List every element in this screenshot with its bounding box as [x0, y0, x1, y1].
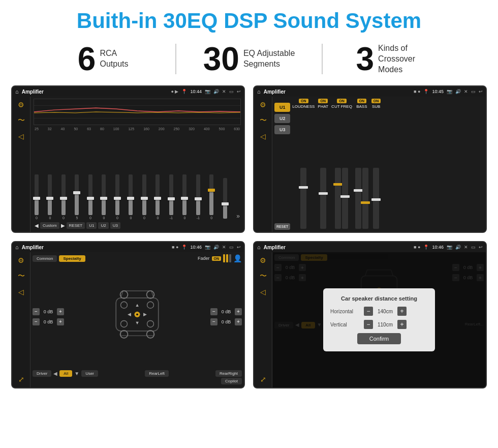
fader-top-bar: Common Specialty Fader ON 👤 — [33, 254, 242, 262]
eq-sliders: 0 0 0 — [34, 132, 241, 220]
home-icon[interactable]: ⌂ — [15, 88, 19, 95]
common-tab[interactable]: Common — [33, 255, 57, 262]
play-arrow[interactable]: ▶ — [61, 223, 65, 228]
volume-icon: 🔊 — [213, 89, 219, 94]
slider-track-11[interactable] — [169, 174, 173, 215]
eq-icon-4[interactable]: ⚙ — [260, 256, 266, 264]
db-plus-2[interactable]: + — [57, 318, 64, 325]
custom-btn[interactable]: Custom — [40, 222, 59, 229]
slider-track-15[interactable] — [223, 178, 227, 219]
freq-100: 100 — [113, 127, 119, 131]
speaker-icon-3[interactable]: ◁ — [18, 288, 24, 296]
back-icon-4[interactable]: ↩ — [479, 245, 483, 250]
cutfreq-slider-1[interactable] — [335, 168, 341, 229]
slider-track-3[interactable] — [61, 174, 66, 215]
right-arrow-btn[interactable]: ▼ — [74, 371, 79, 376]
specialty-tab[interactable]: Specialty — [59, 255, 85, 262]
home-icon-3[interactable]: ⌂ — [15, 244, 19, 250]
u2-channel-btn[interactable]: U2 — [274, 114, 290, 123]
speaker-icon-4[interactable]: ◁ — [260, 288, 266, 296]
horizontal-minus[interactable]: − — [364, 307, 373, 316]
loudness-on[interactable]: ON — [299, 99, 308, 103]
back-icon-3[interactable]: ↩ — [237, 245, 241, 250]
slider-track-12[interactable] — [182, 174, 186, 215]
back-icon[interactable]: ↩ — [237, 89, 241, 94]
bass-slider-2[interactable] — [362, 168, 368, 229]
eq-slider-1: 0 — [35, 174, 39, 220]
slider-track-6[interactable] — [102, 174, 106, 215]
phat-slider[interactable] — [320, 168, 326, 229]
bass-slider-1[interactable] — [355, 168, 361, 229]
eq-slider-11: -1 — [169, 174, 173, 220]
speaker-icon[interactable]: ◁ — [18, 132, 24, 140]
crossover-screen-body: ⚙ 〜 ◁ U1 U2 U3 RESET ON LOUDNESS — [254, 97, 486, 232]
slider-track-8[interactable] — [129, 174, 133, 215]
user-btn[interactable]: User — [81, 370, 98, 377]
db-minus-1[interactable]: − — [33, 308, 40, 315]
home-icon-2[interactable]: ⌂ — [257, 88, 261, 95]
u3-btn[interactable]: U3 — [110, 222, 120, 229]
driver-btn[interactable]: Driver — [33, 370, 51, 377]
fader-on-badge[interactable]: ON — [212, 256, 222, 261]
slider-track-10[interactable] — [155, 174, 160, 215]
slider-track-1[interactable] — [35, 174, 39, 215]
rearright-btn[interactable]: RearRight — [215, 370, 242, 377]
stat-eq: 30 EQ AdjustableSegments — [176, 43, 321, 75]
wave-icon-3[interactable]: 〜 — [18, 272, 25, 281]
eq-icon[interactable]: ⚙ — [18, 101, 24, 109]
slider-track-14[interactable] — [209, 174, 213, 215]
wave-icon-2[interactable]: 〜 — [260, 116, 267, 125]
home-icon-4[interactable]: ⌂ — [257, 244, 261, 250]
reset-cross-btn[interactable]: RESET — [274, 223, 290, 230]
reset-btn[interactable]: RESET — [67, 222, 85, 229]
cutfreq-slider-2[interactable] — [342, 168, 348, 229]
freq-125: 125 — [128, 127, 134, 131]
all-btn[interactable]: All — [59, 370, 72, 377]
speaker-icon-2[interactable]: ◁ — [260, 132, 266, 140]
slider-track-5[interactable] — [88, 174, 92, 215]
phat-on[interactable]: ON — [318, 99, 328, 103]
rearleft-btn[interactable]: RearLeft — [145, 370, 169, 377]
expand-icon[interactable]: ⤢ — [18, 375, 24, 383]
window-icon: ▭ — [229, 89, 234, 94]
slider-track-9[interactable] — [142, 174, 146, 215]
u2-btn[interactable]: U2 — [98, 222, 108, 229]
bass-on[interactable]: ON — [357, 99, 367, 103]
eq-icon-2[interactable]: ⚙ — [260, 101, 266, 109]
sub-slider[interactable] — [373, 168, 379, 229]
db-minus-3[interactable]: − — [210, 308, 217, 315]
sub-on[interactable]: ON — [371, 99, 381, 103]
loudness-slider[interactable] — [300, 168, 306, 229]
u3-channel-btn[interactable]: U3 — [274, 125, 290, 134]
freq-63: 63 — [87, 127, 91, 131]
more-icon[interactable]: » — [236, 213, 240, 220]
eq-slider-14: 0 — [209, 174, 213, 220]
slider-val-13: -1 — [197, 216, 200, 220]
slider-track-7[interactable] — [115, 174, 119, 215]
slider-track-2[interactable] — [48, 174, 52, 215]
db-minus-4[interactable]: − — [210, 318, 217, 325]
prev-arrow[interactable]: ◀ — [35, 223, 39, 228]
slider-track-13[interactable] — [196, 174, 200, 215]
vertical-plus[interactable]: + — [397, 320, 407, 329]
crossover-main-content: U1 U2 U3 RESET ON LOUDNESS — [272, 97, 486, 232]
wave-icon-4[interactable]: 〜 — [260, 272, 267, 281]
eq-main-content: 25 32 40 50 63 80 100 125 160 200 250 32… — [30, 97, 244, 232]
confirm-button[interactable]: Confirm — [357, 333, 401, 344]
u1-btn[interactable]: U1 — [86, 222, 97, 229]
vertical-minus[interactable]: − — [364, 320, 373, 329]
expand-icon-2[interactable]: ⤢ — [260, 375, 266, 383]
copilot-btn[interactable]: Copilot — [221, 378, 242, 384]
left-arrow-btn[interactable]: ◀ — [53, 371, 57, 376]
horizontal-plus[interactable]: + — [397, 307, 407, 316]
back-icon-2[interactable]: ↩ — [479, 89, 483, 94]
u1-channel-btn[interactable]: U1 — [274, 103, 290, 112]
db-plus-4[interactable]: + — [235, 318, 242, 325]
slider-track-4[interactable] — [75, 174, 79, 215]
cutfreq-on[interactable]: ON — [337, 99, 347, 103]
db-plus-1[interactable]: + — [57, 308, 64, 315]
wave-icon[interactable]: 〜 — [18, 116, 25, 125]
eq-icon-3[interactable]: ⚙ — [18, 256, 24, 264]
db-plus-3[interactable]: + — [235, 308, 242, 315]
db-minus-2[interactable]: − — [33, 318, 40, 325]
